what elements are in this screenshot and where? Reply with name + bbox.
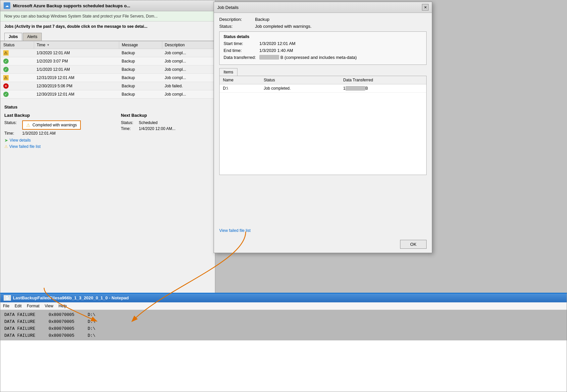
row-message: Backup (119, 65, 162, 74)
next-backup-title: Next Backup (121, 113, 211, 118)
table-row[interactable]: ⚠ 12/31/2019 12:01 AM Backup Job compl..… (1, 74, 215, 82)
last-backup-title: Last Backup (4, 113, 94, 118)
status-details-box: Status details Start time: 1/3/2020 12:0… (219, 31, 427, 65)
col-time[interactable]: Time ▼ (34, 41, 119, 49)
notepad-menu-help[interactable]: Help (59, 304, 67, 308)
start-time-row: Start time: 1/3/2020 12:01 AM (224, 41, 422, 46)
blurred-value (259, 55, 279, 60)
items-tab[interactable]: Items (219, 68, 237, 76)
item-data-unit: B (365, 86, 368, 91)
tab-jobs[interactable]: Jobs (4, 33, 22, 41)
next-backup-col: Next Backup Status: Scheduled Time: 1/4/… (121, 113, 211, 149)
col-message: Message (119, 41, 162, 49)
main-window-title: ☁ Microsoft Azure Backup supports schedu… (0, 0, 215, 11)
table-row[interactable]: ⚠ 1/3/2020 12:01 AM Backup Job compl... (1, 49, 215, 57)
backup-columns: Last Backup Status: ⚠ Completed with war… (4, 113, 211, 149)
row-message: Backup (119, 90, 162, 99)
next-time-value: 1/4/2020 12:00 AM... (139, 126, 176, 131)
last-status-label: Status: (4, 120, 21, 130)
items-table-row[interactable]: D:\ Job completed. 1 B (220, 84, 426, 93)
data-row-col1: DATA FAILURE (4, 312, 35, 317)
row-status: ✕ (1, 82, 34, 90)
jobs-header: Jobs (Activity in the past 7 days, doubl… (0, 22, 215, 31)
data-transferred-row: Data transferred: B (compressed and incl… (224, 55, 422, 60)
data-row-col2: 0x80070005 (49, 312, 75, 317)
notepad-menu-file[interactable]: File (3, 304, 9, 308)
row-description: Job failed. (162, 82, 215, 90)
job-details-dialog: Job Details ✕ Description: Backup Status… (214, 2, 432, 253)
start-time-value: 1/3/2020 12:01 AM (259, 41, 295, 46)
ok-icon: ✓ (3, 67, 9, 72)
row-message: Backup (119, 82, 162, 90)
status-row: Status: Job completed with warnings. (219, 24, 427, 29)
dialog-view-failed-row: View failed file list (219, 228, 251, 233)
notepad-menu: File Edit Format View Help (0, 302, 567, 310)
warning-triangle-icon: ⚠ (26, 122, 30, 128)
table-row[interactable]: ✓ 12/30/2019 12:01 AM Backup Job compl..… (1, 90, 215, 99)
item-data-transferred: 1 B (340, 84, 426, 93)
row-description: Job compl... (162, 49, 215, 57)
ok-icon: ✓ (3, 59, 9, 64)
dialog-body: Description: Backup Status: Job complete… (214, 13, 432, 179)
row-time: 12/31/2019 12:01 AM (34, 74, 119, 82)
data-transferred-blurred: B (compressed and includes meta-data) (259, 55, 357, 60)
notepad-row-4: DATA FAILURE 0x80070005 D:\ (0, 332, 567, 339)
notepad-row-1: DATA FAILURE 0x80070005 D:\ (0, 311, 567, 318)
col-status: Status (1, 41, 34, 49)
jobs-table: Status Time ▼ Message Descriptio (0, 41, 215, 99)
notepad-menu-format[interactable]: Format (27, 304, 39, 308)
row-description: Job compl... (162, 90, 215, 99)
end-time-label: End time: (224, 48, 257, 53)
status-label: Status: (219, 24, 252, 29)
error-icon: ✕ (3, 83, 9, 89)
row-description: Job compl... (162, 57, 215, 65)
view-details-link[interactable]: View details (10, 138, 31, 143)
last-time-value: 1/3/2020 12:01 AM (22, 131, 56, 136)
view-details-row: ➤ View details (4, 138, 94, 143)
data-row-col2: 0x80070005 (49, 319, 75, 324)
data-row-col1: DATA FAILURE (4, 319, 35, 324)
table-row[interactable]: ✓ 1/1/2020 12:01 AM Backup Job compl... (1, 65, 215, 74)
notepad-icon: 📄 (4, 295, 11, 301)
notepad-menu-edit[interactable]: Edit (15, 304, 22, 308)
table-row[interactable]: ✓ 1/2/2020 3:07 PM Backup Job compl... (1, 57, 215, 65)
data-row-col3: D:\ (88, 326, 95, 331)
tab-alerts[interactable]: Alerts (23, 33, 42, 41)
next-backup-status-row: Status: Scheduled (121, 120, 211, 125)
notepad-window: 📄 LastBackupFailedFilesa966b_1_3_2020_0_… (0, 293, 567, 392)
data-row-col3: D:\ (88, 312, 95, 317)
row-message: Backup (119, 57, 162, 65)
warning-status-box: ⚠ Completed with warnings (22, 120, 81, 130)
dialog-title-bar: Job Details ✕ (214, 2, 432, 13)
items-col-name: Name (220, 76, 260, 84)
row-message: Backup (119, 49, 162, 57)
next-time-label: Time: (121, 126, 137, 131)
row-description: Job compl... (162, 74, 215, 82)
status-value: Job completed with warnings. (255, 24, 312, 29)
row-status: ⚠ (1, 49, 34, 57)
warning-small-icon: ⚠ (4, 144, 8, 149)
dialog-footer: OK (400, 240, 427, 249)
ok-button[interactable]: OK (400, 240, 427, 249)
dialog-view-failed-link[interactable]: View failed file list (219, 228, 251, 233)
data-row-col2: 0x80070005 (49, 326, 75, 331)
warning-icon: ⚠ (3, 50, 9, 56)
notepad-title-bar: 📄 LastBackupFailedFilesa966b_1_3_2020_0_… (0, 293, 567, 302)
row-time: 1/2/2020 3:07 PM (34, 57, 119, 65)
view-failed-file-list-link[interactable]: View failed file list (9, 144, 41, 149)
description-label: Description: (219, 17, 252, 22)
row-message: Backup (119, 74, 162, 82)
data-row-col1: DATA FAILURE (4, 333, 35, 338)
notepad-row-2: DATA FAILURE 0x80070005 D:\ (0, 318, 567, 325)
start-time-label: Start time: (224, 41, 257, 46)
row-time: 12/30/2019 5:06 PM (34, 82, 119, 90)
col-description: Description (162, 41, 215, 49)
table-row[interactable]: ✕ 12/30/2019 5:06 PM Backup Job failed. (1, 82, 215, 90)
last-time-label: Time: (4, 131, 21, 136)
last-backup-time-row: Time: 1/3/2020 12:01 AM (4, 131, 94, 136)
dialog-title-text: Job Details (217, 5, 238, 10)
row-status: ✓ (1, 90, 34, 99)
close-button[interactable]: ✕ (422, 4, 429, 11)
notepad-menu-view[interactable]: View (45, 304, 53, 308)
next-status-value: Scheduled (139, 120, 158, 125)
